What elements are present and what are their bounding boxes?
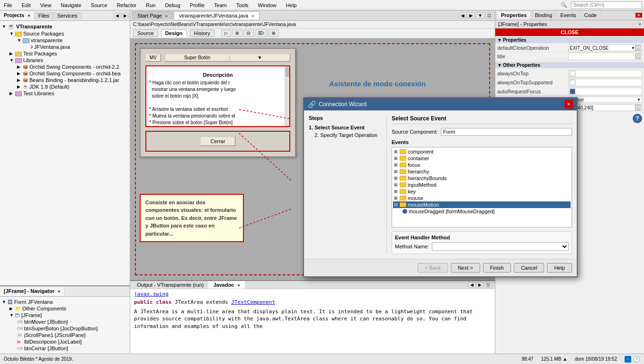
help-btn-label: Help <box>554 265 565 271</box>
event-toggle-mouse[interactable]: ⊞ <box>394 196 400 200</box>
method-name-label: Method Name: <box>395 244 429 249</box>
event-component-label: component <box>408 149 433 155</box>
asistente-label: Asistente de modo conexión <box>329 80 426 88</box>
next-btn-label: Next > <box>458 265 473 271</box>
wizard-buttons: < Back Next > Finish Cancel Help <box>304 259 577 276</box>
event-container[interactable]: ⊞ container <box>393 155 571 162</box>
event-mouse[interactable]: ⊞ mouse <box>393 195 571 201</box>
event-folder-icon-key <box>400 189 406 194</box>
source-component-input[interactable] <box>441 128 572 136</box>
step1-num: 1. <box>309 125 313 130</box>
wizard-help-btn[interactable]: Help <box>547 263 572 273</box>
wizard-next-btn[interactable]: Next > <box>451 263 480 273</box>
event-mm-label: mouseMotion <box>408 202 439 208</box>
event-key-label: key <box>408 189 416 194</box>
event-hierarchy-label: hierarchy <box>408 169 429 174</box>
event-key[interactable]: ⊞ key <box>393 188 571 195</box>
wizard-step-1[interactable]: 1. Select Source Event <box>309 124 382 131</box>
event-input-method[interactable]: ⊞ inputMethod <box>393 182 571 188</box>
event-handler-section: Event Handler Method Method Name: <box>392 231 572 254</box>
wizard-cancel-btn[interactable]: Cancel <box>514 263 544 273</box>
event-folder-icon-mm <box>400 202 406 207</box>
step1-label: Select Source Event <box>314 125 365 130</box>
source-component-label: Source Component: <box>392 129 438 135</box>
event-container-label: container <box>408 155 429 161</box>
step2-label: Specify Target Operation <box>320 132 377 138</box>
wizard-finish-btn[interactable]: Finish <box>483 263 511 273</box>
event-mouse-dragged[interactable]: mouseDragged [formMouseDragged] <box>393 208 571 215</box>
cancel-btn-label: Cancel <box>521 265 537 271</box>
event-component[interactable]: ⊞ component <box>393 148 571 155</box>
wizard-step-2[interactable]: 2. Specify Target Operation <box>309 131 382 139</box>
wizard-body: Steps 1. Select Source Event 2. Specify … <box>304 110 577 259</box>
event-folder-icon-im <box>400 182 406 187</box>
wizard-title-bar: 🔗 Connection Wizard × <box>304 98 577 110</box>
dialog-overlay: Asistente de modo conexión 🔗 Connection … <box>0 0 644 364</box>
event-md-label: mouseDragged [formMouseDragged] <box>409 209 495 214</box>
connection-wizard: 🔗 Connection Wizard × Steps 1. Select So… <box>303 97 578 277</box>
wizard-title: Connection Wizard <box>319 101 367 108</box>
wizard-steps-panel: Steps 1. Select Source Event 2. Specify … <box>309 115 387 254</box>
event-folder-icon-focus <box>400 163 406 167</box>
wizard-back-btn[interactable]: < Back <box>418 263 448 273</box>
event-folder-icon-mouse <box>400 196 406 200</box>
event-toggle-key[interactable]: ⊞ <box>394 189 400 194</box>
event-toggle-component[interactable]: ⊞ <box>394 149 400 154</box>
event-hierarchy[interactable]: ⊞ hierarchy <box>393 168 571 175</box>
wizard-close-btn[interactable]: × <box>564 100 573 109</box>
event-folder-icon-hierarchy <box>400 169 406 174</box>
event-toggle-focus[interactable]: ⊞ <box>394 163 400 167</box>
events-tree: ⊞ component ⊞ container ⊞ focus <box>392 147 572 228</box>
finish-btn-label: Finish <box>490 265 504 271</box>
event-mouse-motion[interactable]: ⊟ mouseMotion <box>393 201 571 208</box>
event-toggle-hb[interactable]: ⊞ <box>394 176 400 181</box>
event-hb-label: hierarchyBounds <box>408 175 447 181</box>
back-btn-label: < Back <box>425 265 441 271</box>
event-im-label: inputMethod <box>408 182 437 188</box>
event-folder-icon-component <box>400 149 406 154</box>
steps-title: Steps <box>309 115 382 121</box>
method-name-select[interactable] <box>432 242 569 251</box>
event-folder-icon-hb <box>400 176 406 181</box>
event-focus-label: focus <box>408 162 420 168</box>
event-toggle-mm[interactable]: ⊟ <box>394 202 400 207</box>
method-name-row: Method Name: <box>395 242 569 251</box>
event-folder-icon-container <box>400 156 406 161</box>
event-toggle-im[interactable]: ⊞ <box>394 182 400 187</box>
wizard-right-title: Select Source Event <box>392 115 572 124</box>
event-hierarchy-bounds[interactable]: ⊞ hierarchyBounds <box>393 175 571 182</box>
event-bullet-md <box>402 209 407 214</box>
event-handler-label: Event Handler Method <box>395 235 569 240</box>
source-component-row: Source Component: <box>392 128 572 136</box>
wizard-icon: 🔗 <box>308 100 316 108</box>
event-focus[interactable]: ⊞ focus <box>393 162 571 168</box>
event-toggle-hierarchy[interactable]: ⊞ <box>394 169 400 174</box>
events-label: Events <box>392 139 572 145</box>
event-mouse-label: mouse <box>408 195 423 201</box>
wizard-right: Select Source Event Source Component: Ev… <box>392 115 572 254</box>
step2-num: 2. <box>314 132 319 138</box>
event-toggle-container[interactable]: ⊞ <box>394 156 400 161</box>
